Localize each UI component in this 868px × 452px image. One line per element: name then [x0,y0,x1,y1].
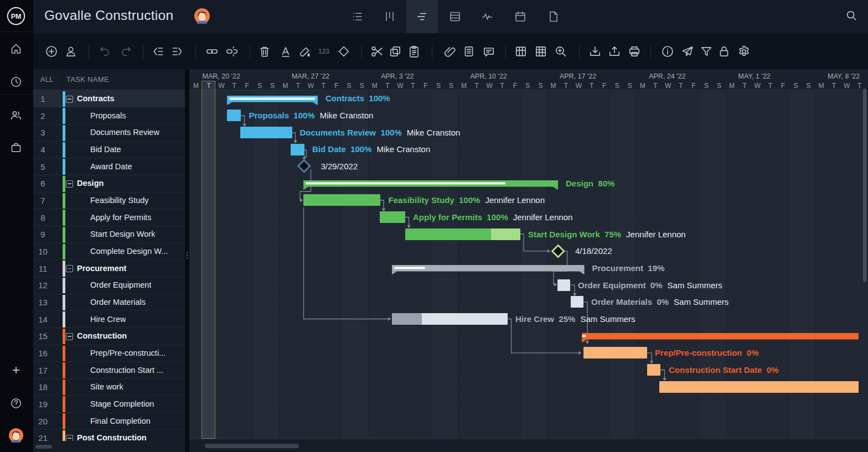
svg-text:123: 123 [318,48,329,55]
svg-text:PM: PM [11,13,22,20]
